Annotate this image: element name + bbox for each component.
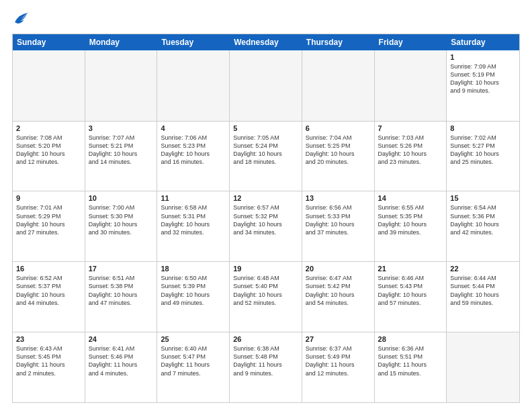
calendar-cell <box>13 50 85 121</box>
day-number: 21 <box>378 265 443 273</box>
day-number: 4 <box>161 124 226 132</box>
day-info: Sunrise: 6:47 AM Sunset: 5:42 PM Dayligh… <box>306 274 371 307</box>
day-number: 3 <box>89 124 154 132</box>
day-number: 10 <box>89 194 154 202</box>
day-info: Sunrise: 6:58 AM Sunset: 5:31 PM Dayligh… <box>161 203 226 236</box>
logo <box>12 15 28 28</box>
calendar-cell: 20Sunrise: 6:47 AM Sunset: 5:42 PM Dayli… <box>302 262 375 332</box>
calendar-cell: 3Sunrise: 7:07 AM Sunset: 5:21 PM Daylig… <box>85 122 158 191</box>
weekday-header: Friday <box>375 34 447 50</box>
calendar: SundayMondayTuesdayWednesdayThursdayFrid… <box>12 34 520 403</box>
weekday-header: Sunday <box>13 34 85 50</box>
calendar-cell: 27Sunrise: 6:37 AM Sunset: 5:49 PM Dayli… <box>302 332 375 402</box>
weekday-header: Monday <box>85 34 158 50</box>
day-number: 18 <box>161 265 226 273</box>
calendar-cell: 19Sunrise: 6:48 AM Sunset: 5:40 PM Dayli… <box>230 262 302 332</box>
calendar-cell: 1Sunrise: 7:09 AM Sunset: 5:19 PM Daylig… <box>447 50 519 121</box>
day-info: Sunrise: 7:00 AM Sunset: 5:30 PM Dayligh… <box>89 203 154 236</box>
day-number: 1 <box>450 53 516 61</box>
calendar-header: SundayMondayTuesdayWednesdayThursdayFrid… <box>13 34 519 50</box>
day-number: 15 <box>450 194 516 202</box>
calendar-row: 2Sunrise: 7:08 AM Sunset: 5:20 PM Daylig… <box>13 121 519 191</box>
day-info: Sunrise: 7:07 AM Sunset: 5:21 PM Dayligh… <box>89 134 154 167</box>
calendar-cell: 18Sunrise: 6:50 AM Sunset: 5:39 PM Dayli… <box>157 262 230 332</box>
day-info: Sunrise: 6:56 AM Sunset: 5:33 PM Dayligh… <box>306 203 371 236</box>
day-number: 25 <box>161 335 226 343</box>
calendar-cell: 17Sunrise: 6:51 AM Sunset: 5:38 PM Dayli… <box>85 262 158 332</box>
day-number: 5 <box>233 124 298 132</box>
header <box>12 12 520 28</box>
calendar-cell: 11Sunrise: 6:58 AM Sunset: 5:31 PM Dayli… <box>157 191 230 261</box>
day-info: Sunrise: 6:44 AM Sunset: 5:44 PM Dayligh… <box>450 274 516 307</box>
calendar-cell: 21Sunrise: 6:46 AM Sunset: 5:43 PM Dayli… <box>375 262 447 332</box>
calendar-cell: 10Sunrise: 7:00 AM Sunset: 5:30 PM Dayli… <box>85 191 158 261</box>
calendar-body: 1Sunrise: 7:09 AM Sunset: 5:19 PM Daylig… <box>13 50 519 402</box>
day-info: Sunrise: 6:37 AM Sunset: 5:49 PM Dayligh… <box>306 345 371 377</box>
day-info: Sunrise: 6:52 AM Sunset: 5:37 PM Dayligh… <box>16 274 81 307</box>
day-number: 8 <box>450 124 516 132</box>
calendar-row: 1Sunrise: 7:09 AM Sunset: 5:19 PM Daylig… <box>13 50 519 121</box>
day-info: Sunrise: 6:55 AM Sunset: 5:35 PM Dayligh… <box>378 203 443 236</box>
day-info: Sunrise: 7:02 AM Sunset: 5:27 PM Dayligh… <box>450 134 516 167</box>
day-number: 27 <box>306 335 371 343</box>
calendar-cell: 15Sunrise: 6:54 AM Sunset: 5:36 PM Dayli… <box>447 191 519 261</box>
calendar-cell: 25Sunrise: 6:40 AM Sunset: 5:47 PM Dayli… <box>157 332 230 402</box>
calendar-cell <box>230 50 302 121</box>
day-number: 9 <box>16 194 81 202</box>
day-info: Sunrise: 6:43 AM Sunset: 5:45 PM Dayligh… <box>16 345 81 377</box>
calendar-cell <box>85 50 158 121</box>
calendar-cell <box>375 50 447 121</box>
day-number: 16 <box>16 265 81 273</box>
calendar-cell: 23Sunrise: 6:43 AM Sunset: 5:45 PM Dayli… <box>13 332 85 402</box>
day-number: 26 <box>233 335 298 343</box>
calendar-cell: 16Sunrise: 6:52 AM Sunset: 5:37 PM Dayli… <box>13 262 85 332</box>
weekday-header: Thursday <box>302 34 375 50</box>
calendar-row: 16Sunrise: 6:52 AM Sunset: 5:37 PM Dayli… <box>13 261 519 332</box>
day-number: 2 <box>16 124 81 132</box>
calendar-cell <box>302 50 375 121</box>
day-info: Sunrise: 7:05 AM Sunset: 5:24 PM Dayligh… <box>233 134 298 167</box>
day-info: Sunrise: 6:48 AM Sunset: 5:40 PM Dayligh… <box>233 274 298 307</box>
calendar-cell: 2Sunrise: 7:08 AM Sunset: 5:20 PM Daylig… <box>13 122 85 191</box>
day-number: 14 <box>378 194 443 202</box>
day-info: Sunrise: 6:38 AM Sunset: 5:48 PM Dayligh… <box>233 345 298 377</box>
day-number: 7 <box>378 124 443 132</box>
logo-text <box>12 15 28 28</box>
day-info: Sunrise: 6:50 AM Sunset: 5:39 PM Dayligh… <box>161 274 226 307</box>
calendar-cell: 8Sunrise: 7:02 AM Sunset: 5:27 PM Daylig… <box>447 122 519 191</box>
calendar-cell: 22Sunrise: 6:44 AM Sunset: 5:44 PM Dayli… <box>447 262 519 332</box>
day-info: Sunrise: 6:36 AM Sunset: 5:51 PM Dayligh… <box>378 345 443 377</box>
calendar-cell: 26Sunrise: 6:38 AM Sunset: 5:48 PM Dayli… <box>230 332 302 402</box>
day-number: 13 <box>306 194 371 202</box>
calendar-cell: 12Sunrise: 6:57 AM Sunset: 5:32 PM Dayli… <box>230 191 302 261</box>
logo-bird-icon <box>13 13 28 25</box>
weekday-header: Saturday <box>447 34 519 50</box>
calendar-row: 23Sunrise: 6:43 AM Sunset: 5:45 PM Dayli… <box>13 332 519 402</box>
calendar-page: SundayMondayTuesdayWednesdayThursdayFrid… <box>0 0 532 411</box>
calendar-cell: 14Sunrise: 6:55 AM Sunset: 5:35 PM Dayli… <box>375 191 447 261</box>
day-number: 19 <box>233 265 298 273</box>
day-info: Sunrise: 6:46 AM Sunset: 5:43 PM Dayligh… <box>378 274 443 307</box>
day-info: Sunrise: 7:06 AM Sunset: 5:23 PM Dayligh… <box>161 134 226 167</box>
calendar-cell <box>447 332 519 402</box>
day-info: Sunrise: 7:09 AM Sunset: 5:19 PM Dayligh… <box>450 62 516 95</box>
day-number: 20 <box>306 265 371 273</box>
day-number: 11 <box>161 194 226 202</box>
day-number: 23 <box>16 335 81 343</box>
day-number: 22 <box>450 265 516 273</box>
day-number: 6 <box>306 124 371 132</box>
weekday-header: Tuesday <box>157 34 230 50</box>
calendar-cell: 6Sunrise: 7:04 AM Sunset: 5:25 PM Daylig… <box>302 122 375 191</box>
day-info: Sunrise: 7:04 AM Sunset: 5:25 PM Dayligh… <box>306 134 371 167</box>
calendar-cell: 5Sunrise: 7:05 AM Sunset: 5:24 PM Daylig… <box>230 122 302 191</box>
calendar-cell: 7Sunrise: 7:03 AM Sunset: 5:26 PM Daylig… <box>375 122 447 191</box>
day-info: Sunrise: 7:01 AM Sunset: 5:29 PM Dayligh… <box>16 203 81 236</box>
calendar-cell: 13Sunrise: 6:56 AM Sunset: 5:33 PM Dayli… <box>302 191 375 261</box>
calendar-cell: 28Sunrise: 6:36 AM Sunset: 5:51 PM Dayli… <box>375 332 447 402</box>
day-number: 12 <box>233 194 298 202</box>
day-info: Sunrise: 6:57 AM Sunset: 5:32 PM Dayligh… <box>233 203 298 236</box>
day-number: 28 <box>378 335 443 343</box>
calendar-cell <box>157 50 230 121</box>
day-number: 17 <box>89 265 154 273</box>
weekday-header: Wednesday <box>230 34 302 50</box>
